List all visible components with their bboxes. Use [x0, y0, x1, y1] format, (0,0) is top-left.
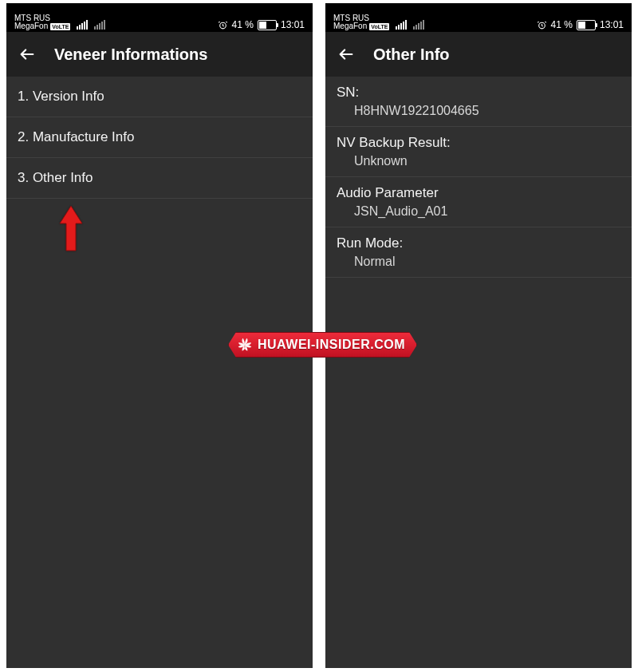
- info-value: JSN_Audio_A01: [337, 204, 620, 219]
- page-title: Veneer Informations: [54, 45, 207, 64]
- page-title: Other Info: [373, 45, 450, 64]
- info-list: SN: H8HNW19221004665 NV Backup Result: U…: [325, 77, 632, 278]
- carrier-block: MTS RUS MegaFon VoLTE: [333, 14, 389, 30]
- status-bar: MTS RUS MegaFon VoLTE 41 % 13:01: [325, 3, 632, 32]
- battery-icon: [577, 20, 596, 30]
- app-bar: Veneer Informations: [6, 32, 313, 77]
- volte-badge: VoLTE: [369, 23, 389, 30]
- info-value: Normal: [337, 255, 620, 269]
- carrier-block: MTS RUS MegaFon VoLTE: [14, 14, 70, 30]
- info-value: Unknown: [337, 154, 620, 168]
- annotation-arrow: [58, 204, 84, 252]
- menu-item-version-info[interactable]: 1. Version Info: [6, 77, 313, 117]
- alarm-icon: [537, 20, 547, 30]
- info-row-audio: Audio Parameter JSN_Audio_A01: [325, 177, 632, 227]
- canvas: MTS RUS MegaFon VoLTE 41 % 13:01: [0, 0, 638, 672]
- menu-list: 1. Version Info 2. Manufacture Info 3. O…: [6, 77, 313, 199]
- back-button[interactable]: [18, 45, 37, 64]
- clock: 13:01: [600, 19, 624, 30]
- signal-icon-2: [94, 20, 105, 30]
- info-row-nv-backup: NV Backup Result: Unknown: [325, 127, 632, 177]
- signal-icon-1: [77, 20, 88, 30]
- volte-badge: VoLTE: [50, 23, 70, 30]
- signal-icon-1: [396, 20, 407, 30]
- battery-percent: 41 %: [232, 19, 254, 30]
- clock: 13:01: [281, 19, 305, 30]
- carrier-2: MegaFon: [14, 22, 48, 30]
- info-label: NV Backup Result:: [337, 135, 620, 151]
- carrier-2: MegaFon: [333, 22, 367, 30]
- info-label: Run Mode:: [337, 235, 620, 251]
- info-row-sn: SN: H8HNW19221004665: [325, 77, 632, 127]
- alarm-icon: [218, 20, 228, 30]
- menu-item-other-info[interactable]: 3. Other Info: [6, 158, 313, 199]
- info-row-run-mode: Run Mode: Normal: [325, 227, 632, 278]
- watermark-badge: HUAWEI-INSIDER.COM: [228, 332, 417, 358]
- huawei-logo-icon: [237, 337, 253, 353]
- battery-icon: [258, 20, 277, 30]
- battery-percent: 41 %: [551, 19, 573, 30]
- info-label: SN:: [337, 85, 620, 101]
- watermark-text: HUAWEI-INSIDER.COM: [258, 338, 405, 352]
- info-value: H8HNW19221004665: [337, 104, 620, 118]
- info-label: Audio Parameter: [337, 185, 620, 201]
- arrow-left-icon: [337, 45, 355, 63]
- status-right: 41 % 13:01: [218, 19, 305, 30]
- arrow-left-icon: [18, 45, 36, 63]
- back-button[interactable]: [337, 45, 356, 64]
- status-bar: MTS RUS MegaFon VoLTE 41 % 13:01: [6, 3, 313, 32]
- app-bar: Other Info: [325, 32, 632, 77]
- signal-icon-2: [413, 20, 424, 30]
- menu-item-manufacture-info[interactable]: 2. Manufacture Info: [6, 117, 313, 158]
- status-right: 41 % 13:01: [537, 19, 624, 30]
